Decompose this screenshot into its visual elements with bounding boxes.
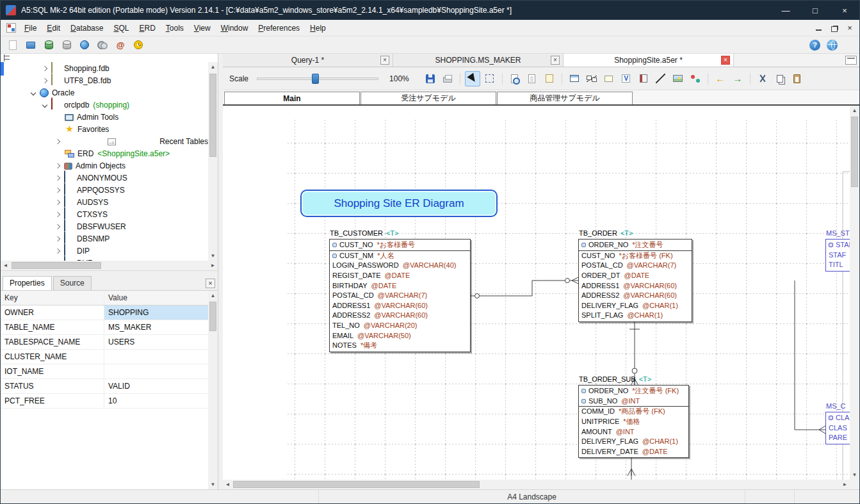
add-entity-button[interactable] bbox=[567, 71, 582, 86]
property-row-cluster-name[interactable]: CLUSTER_NAME bbox=[1, 350, 208, 364]
close-button[interactable]: × bbox=[830, 1, 859, 20]
document-button[interactable] bbox=[524, 71, 540, 86]
tree-item-ctxsys[interactable]: CTXSYS bbox=[1, 208, 208, 220]
marquee-tool-button[interactable] bbox=[482, 71, 498, 86]
tree-item-oracle[interactable]: Oracle bbox=[1, 86, 208, 99]
scroll-down-icon[interactable] bbox=[850, 470, 859, 480]
tab-order-submodel[interactable]: 受注サブモデル bbox=[361, 92, 496, 104]
new-file-button[interactable] bbox=[6, 38, 20, 52]
tab-properties[interactable]: Properties bbox=[3, 276, 52, 290]
tree-item-dbsfwuser[interactable]: DBSFWUSER bbox=[1, 220, 208, 232]
scroll-down-icon[interactable] bbox=[208, 480, 218, 489]
menu-window[interactable]: Window bbox=[216, 20, 254, 36]
erd-canvas[interactable]: Shopping Site ER Diagram TB_CUSTOMER<T> … bbox=[223, 106, 850, 480]
menu-view[interactable]: View bbox=[189, 20, 216, 36]
minimize-button[interactable]: — bbox=[771, 1, 800, 20]
tree-item-erd[interactable]: ERD<ShoppingSite.a5er> bbox=[1, 147, 208, 159]
child-close-icon[interactable]: × bbox=[845, 24, 854, 32]
tree-item-favorites[interactable]: ★Favorites bbox=[1, 123, 208, 135]
property-row-pct-free[interactable]: PCT_FREE10 bbox=[1, 394, 208, 409]
scroll-up-icon[interactable] bbox=[208, 62, 218, 72]
image-tool-button[interactable] bbox=[670, 71, 686, 86]
chevron-right-icon[interactable] bbox=[55, 224, 60, 229]
network-database-button[interactable] bbox=[77, 38, 92, 52]
tab-list-icon[interactable] bbox=[845, 56, 857, 65]
tree-item-orclpdb[interactable]: orclpdb(shopping) bbox=[1, 99, 208, 111]
history-button[interactable] bbox=[131, 38, 145, 52]
database-settings-button[interactable] bbox=[60, 38, 74, 52]
scroll-up-icon[interactable] bbox=[850, 106, 859, 115]
entity-tb-order[interactable]: TB_ORDER<T> ORDER_NO*注文番号 CUST_NO*お客様番号 … bbox=[578, 229, 692, 322]
chevron-right-icon[interactable] bbox=[55, 175, 60, 180]
menu-file[interactable]: File bbox=[19, 20, 42, 36]
properties-vertical-scrollbar[interactable] bbox=[208, 291, 218, 489]
tree-item-dip[interactable]: DIP bbox=[1, 245, 208, 257]
property-row-status[interactable]: STATUSVALID bbox=[1, 379, 208, 394]
property-row-iot-name[interactable]: IOT_NAME bbox=[1, 364, 208, 379]
tab-source[interactable]: Source bbox=[53, 276, 92, 290]
menu-erd[interactable]: ERD bbox=[134, 20, 160, 36]
menu-tools[interactable]: Tools bbox=[161, 20, 189, 36]
property-row-tablespace-name[interactable]: TABLESPACE_NAMEUSERS bbox=[1, 335, 208, 350]
tree-item-dbsnmp[interactable]: DBSNMP bbox=[1, 232, 208, 245]
chevron-down-icon[interactable] bbox=[42, 102, 47, 107]
undo-button[interactable]: ← bbox=[713, 71, 728, 86]
scroll-right-icon[interactable] bbox=[208, 261, 218, 270]
entity-tb-order-sub[interactable]: TB_ORDER_SUB<T> ORDER_NO*注文番号 (FK) SUB_N… bbox=[578, 375, 689, 458]
chevron-right-icon[interactable] bbox=[55, 211, 60, 216]
website-globe-icon[interactable] bbox=[827, 40, 838, 51]
validate-button[interactable]: V bbox=[619, 71, 634, 86]
scroll-left-icon[interactable] bbox=[223, 480, 232, 489]
line-tool-button[interactable] bbox=[653, 71, 669, 86]
tab-shoppingsite-a5er[interactable]: ShoppingSite.a5er * bbox=[564, 54, 734, 67]
memo-button[interactable] bbox=[542, 71, 557, 86]
menu-preferences[interactable]: Preferences bbox=[253, 20, 305, 36]
tab-shopping-ms-maker[interactable]: SHOPPING.MS_MAKER bbox=[393, 54, 564, 67]
paste-button[interactable] bbox=[790, 71, 805, 86]
scroll-down-icon[interactable] bbox=[208, 251, 218, 261]
canvas-vertical-scrollbar[interactable] bbox=[850, 106, 859, 480]
chevron-right-icon[interactable] bbox=[55, 163, 60, 168]
save-button[interactable] bbox=[423, 71, 438, 86]
child-restore-icon[interactable] bbox=[830, 24, 839, 32]
selected-value-cell[interactable]: SHOPPING bbox=[104, 305, 208, 320]
zoom-preview-button[interactable] bbox=[507, 71, 523, 86]
print-button[interactable] bbox=[440, 71, 455, 86]
add-comment-button[interactable] bbox=[601, 71, 617, 86]
cut-button[interactable] bbox=[755, 71, 770, 86]
options-button[interactable] bbox=[95, 38, 110, 52]
tree-horizontal-scrollbar[interactable] bbox=[1, 261, 218, 270]
redo-button[interactable]: → bbox=[730, 71, 745, 86]
menu-help[interactable]: Help bbox=[305, 20, 331, 36]
tree-item-anonymous[interactable]: ANONYMOUS bbox=[1, 172, 208, 184]
zoom-slider[interactable] bbox=[257, 73, 378, 85]
scroll-right-icon[interactable] bbox=[840, 480, 850, 489]
tab-product-submodel[interactable]: 商品管理サブモデル bbox=[497, 92, 633, 104]
property-row-table-name[interactable]: TABLE_NAMEMS_MAKER bbox=[1, 320, 208, 335]
close-tab-icon[interactable] bbox=[551, 56, 560, 65]
scrollbar-thumb[interactable] bbox=[209, 302, 216, 331]
open-file-button[interactable] bbox=[24, 38, 38, 52]
scrollbar-thumb[interactable] bbox=[233, 481, 480, 488]
diagram-title-box[interactable]: Shopping Site ER Diagram bbox=[300, 190, 498, 217]
entity-ms-class-partial[interactable]: MS_C CLAS CLAS PARE bbox=[825, 402, 850, 444]
canvas-horizontal-scrollbar[interactable] bbox=[223, 480, 850, 489]
scrollbar-thumb[interactable] bbox=[209, 74, 216, 157]
tree-item-shopping-fdb[interactable]: Shopping.fdb bbox=[1, 62, 208, 74]
tree-item-audsys[interactable]: AUDSYS bbox=[1, 196, 208, 208]
scrollbar-thumb[interactable] bbox=[851, 117, 858, 187]
close-panel-icon[interactable] bbox=[206, 279, 215, 288]
connect-database-button[interactable] bbox=[42, 38, 56, 52]
mark-tool-button[interactable] bbox=[688, 71, 703, 86]
menu-sql[interactable]: SQL bbox=[108, 20, 134, 36]
chevron-right-icon[interactable] bbox=[42, 65, 47, 70]
menu-database[interactable]: Database bbox=[65, 20, 108, 36]
property-row-owner[interactable]: OWNERSHOPPING bbox=[1, 305, 208, 320]
chevron-right-icon[interactable] bbox=[55, 187, 60, 192]
chevron-right-icon[interactable] bbox=[42, 77, 47, 83]
help-icon[interactable]: ? bbox=[809, 40, 820, 51]
tab-main-model[interactable]: Main bbox=[224, 92, 360, 104]
vertical-splitter[interactable] bbox=[218, 54, 223, 489]
close-tab-icon[interactable] bbox=[380, 56, 389, 65]
chevron-right-icon[interactable] bbox=[55, 236, 60, 241]
